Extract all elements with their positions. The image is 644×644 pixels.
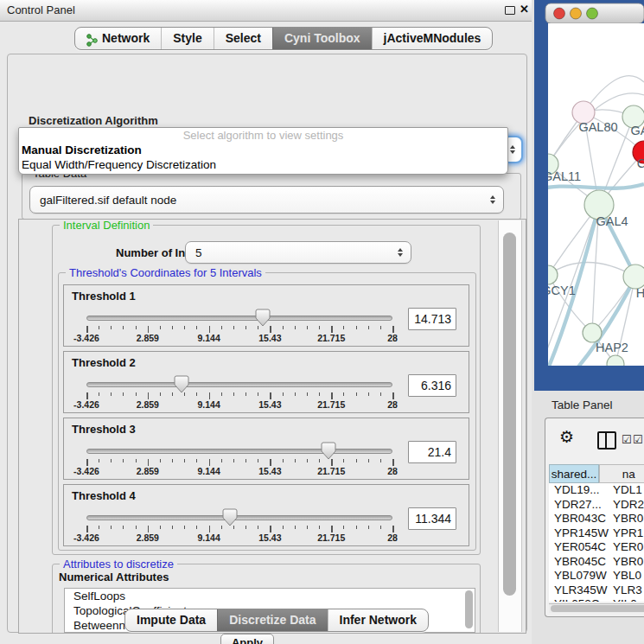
column-header-na[interactable]: na bbox=[599, 464, 644, 483]
table-row[interactable]: YPR145WYPR1 bbox=[549, 526, 644, 541]
cell-name: YER0 bbox=[613, 540, 643, 553]
dropdown-option-manual-discretization[interactable]: Manual Discretization bbox=[19, 143, 507, 157]
slider-track[interactable] bbox=[86, 382, 392, 387]
tick-mark bbox=[368, 392, 369, 396]
table-row[interactable]: YLR345WYLR3 bbox=[549, 583, 644, 598]
threshold-slider[interactable] bbox=[86, 375, 392, 393]
tick-mark bbox=[295, 459, 296, 462]
tick-mark bbox=[295, 526, 296, 529]
tick-mark bbox=[196, 392, 197, 396]
tick-mark bbox=[184, 392, 185, 396]
threshold-slider[interactable] bbox=[86, 442, 392, 460]
table-row[interactable]: YBR045CYBR0 bbox=[549, 555, 644, 570]
tick-label: 21.715 bbox=[317, 399, 345, 410]
threshold-value-field[interactable] bbox=[408, 374, 456, 397]
network-node[interactable] bbox=[583, 323, 602, 342]
close-icon[interactable]: ✕ bbox=[520, 3, 529, 16]
tab-jactivemnodules[interactable]: jActiveMNodules bbox=[372, 28, 493, 49]
algorithm-combobox[interactable] bbox=[506, 136, 523, 163]
dropdown-option-equal-width-frequency-discretization[interactable]: Equal Width/Frequency Discretization bbox=[19, 157, 507, 172]
tick-label: -3.426 bbox=[73, 333, 99, 343]
tick-mark bbox=[307, 326, 308, 329]
tick-mark bbox=[319, 326, 320, 329]
float-window-icon[interactable] bbox=[505, 6, 515, 15]
cell-shared-name: YER054C bbox=[549, 540, 613, 555]
tick-mark bbox=[111, 392, 112, 396]
close-traffic-light[interactable] bbox=[554, 8, 565, 19]
tick-mark bbox=[331, 326, 333, 333]
tick-mark bbox=[123, 459, 124, 462]
tick-label: 21.715 bbox=[317, 532, 345, 543]
slider-thumb-icon[interactable] bbox=[255, 309, 271, 327]
app-root: Control Panel ✕ NetworkStyleSelectCyni T… bbox=[0, 0, 644, 644]
tick-mark bbox=[123, 326, 124, 329]
zoom-traffic-light[interactable] bbox=[587, 8, 598, 19]
tick-label: -3.426 bbox=[73, 466, 99, 476]
table-row[interactable]: YBR043CYBR0 bbox=[549, 512, 644, 526]
threshold-slider[interactable] bbox=[86, 309, 392, 327]
threshold-value-field[interactable] bbox=[408, 308, 456, 330]
horizontal-scrollbar-thumb[interactable] bbox=[551, 605, 644, 612]
slider-thumb-icon[interactable] bbox=[321, 442, 336, 460]
slider-track[interactable] bbox=[86, 515, 392, 520]
network-node[interactable] bbox=[623, 265, 644, 289]
slider-thumb-icon[interactable] bbox=[174, 375, 189, 393]
gear-icon[interactable]: ⚙ bbox=[559, 429, 574, 446]
tick-mark bbox=[343, 526, 344, 529]
tick-mark bbox=[270, 459, 271, 466]
tick-mark bbox=[368, 459, 369, 462]
table-row[interactable]: YIL052CYIL0 bbox=[549, 597, 644, 602]
tick-mark bbox=[319, 459, 320, 462]
slider-thumb-icon[interactable] bbox=[222, 508, 238, 526]
tab-style[interactable]: Style bbox=[161, 28, 213, 49]
threshold-value-field[interactable] bbox=[408, 441, 456, 463]
tick-mark bbox=[258, 392, 258, 396]
network-view-window[interactable]: GAL80GACGAL11GAL4GCY1HHAP2 bbox=[534, 0, 644, 391]
tab-cyni-toolbox[interactable]: Cyni Toolbox bbox=[272, 28, 372, 49]
slider-track[interactable] bbox=[86, 449, 392, 454]
tick-mark bbox=[148, 526, 150, 532]
slider-track[interactable] bbox=[86, 316, 392, 321]
table-row[interactable]: YDR27...YDR2 bbox=[549, 498, 644, 513]
tab-impute-data[interactable]: Impute Data bbox=[125, 609, 217, 631]
vertical-scrollbar-thumb[interactable] bbox=[503, 233, 516, 596]
tab-discretize-data[interactable]: Discretize Data bbox=[217, 609, 327, 631]
table-data-combobox[interactable]: galFiltered.sif default node bbox=[29, 186, 504, 214]
minimize-traffic-light[interactable] bbox=[571, 8, 582, 19]
tick-mark bbox=[392, 526, 394, 532]
tick-mark bbox=[270, 392, 271, 399]
tick-mark bbox=[172, 459, 173, 462]
split-view-icon[interactable] bbox=[597, 431, 616, 450]
checkbox-icon[interactable]: ☑ bbox=[633, 433, 643, 446]
tick-mark bbox=[123, 392, 124, 396]
tick-label: 9.144 bbox=[197, 399, 220, 410]
vertical-scrollbar-track[interactable] bbox=[498, 220, 522, 632]
cell-name: YDR2 bbox=[613, 498, 644, 511]
tick-mark bbox=[209, 326, 211, 333]
tick-mark bbox=[245, 526, 246, 529]
node-label: GAL11 bbox=[543, 169, 581, 183]
num-intervals-combobox[interactable]: 5 bbox=[185, 241, 411, 264]
attributes-scrollbar[interactable] bbox=[465, 590, 473, 628]
tick-mark bbox=[136, 526, 137, 529]
column-header-shared[interactable]: shared... bbox=[549, 464, 599, 483]
tab-label: jActiveMNodules bbox=[384, 28, 481, 49]
apply-button[interactable]: Apply bbox=[220, 634, 274, 644]
table-row[interactable]: YBL079WYBL0 bbox=[549, 569, 644, 583]
table-row[interactable]: YDL19...YDL1 bbox=[549, 483, 644, 498]
tick-mark bbox=[307, 526, 308, 529]
tick-mark bbox=[136, 326, 137, 329]
horizontal-scrollbar-track[interactable] bbox=[549, 603, 644, 613]
tab-infer-network[interactable]: Infer Network bbox=[328, 609, 428, 631]
threshold-value-field[interactable] bbox=[408, 507, 456, 530]
threshold-slider[interactable] bbox=[86, 508, 392, 526]
tick-mark bbox=[209, 526, 211, 532]
attribute-item-selfloops[interactable]: SelfLoops bbox=[65, 589, 475, 603]
tick-mark bbox=[86, 392, 88, 399]
tab-network[interactable]: Network bbox=[75, 28, 161, 49]
tab-select[interactable]: Select bbox=[214, 28, 272, 49]
tick-label: 2.859 bbox=[137, 532, 159, 543]
node-label: GAL4 bbox=[596, 214, 628, 228]
table-row[interactable]: YER054CYER0 bbox=[549, 540, 644, 555]
checkbox-icon[interactable]: ☑ bbox=[622, 433, 632, 446]
